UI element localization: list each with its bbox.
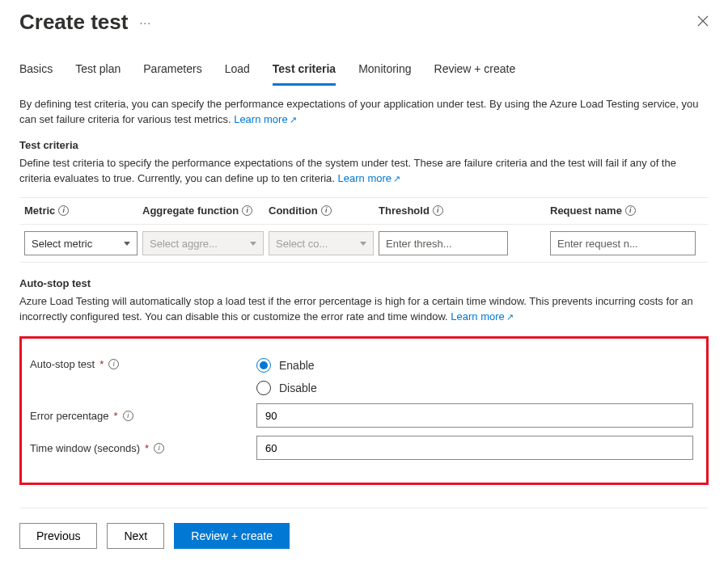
request-name-input[interactable] (550, 231, 696, 255)
radio-icon (256, 381, 271, 395)
page-title: Create test (19, 10, 128, 35)
autostop-radio-row: Auto-stop test* i Enable Disable (30, 358, 693, 395)
info-icon[interactable]: i (625, 205, 636, 216)
autostop-callout: Auto-stop test* i Enable Disable Er (19, 336, 709, 485)
info-icon[interactable]: i (123, 411, 133, 421)
link-label: Learn more (451, 310, 504, 323)
label-text: Time window (seconds) (30, 442, 140, 454)
col-label: Threshold (379, 204, 430, 217)
col-label: Metric (24, 204, 55, 217)
time-window-label: Time window (seconds)* i (30, 442, 256, 454)
autostop-learn-more-link[interactable]: Learn more↗ (451, 310, 513, 323)
tab-review-create[interactable]: Review + create (434, 57, 516, 85)
metric-select[interactable]: Select metric (24, 231, 138, 255)
intro-text: By defining test criteria, you can speci… (19, 97, 709, 128)
label-text: Error percentage (30, 410, 109, 422)
info-icon[interactable]: i (108, 359, 119, 369)
external-link-icon: ↗ (290, 115, 297, 124)
tab-test-plan[interactable]: Test plan (75, 57, 121, 85)
tab-basics[interactable]: Basics (19, 57, 53, 85)
previous-button[interactable]: Previous (19, 523, 97, 549)
next-button[interactable]: Next (107, 523, 164, 549)
autostop-heading: Auto-stop test (19, 277, 709, 289)
col-aggregate: Aggregate function i (142, 204, 264, 217)
desc-text: Azure Load Testing will automatically st… (19, 295, 693, 323)
review-create-button[interactable]: Review + create (174, 523, 290, 549)
error-percentage-row: Error percentage* i (30, 403, 693, 428)
info-icon[interactable]: i (433, 205, 443, 216)
col-label: Aggregate function (142, 204, 239, 217)
tab-test-criteria[interactable]: Test criteria (273, 57, 336, 86)
radio-icon (256, 358, 271, 373)
col-request: Request name i (550, 204, 696, 217)
intro-text-body: By defining test criteria, you can speci… (19, 98, 698, 125)
required-asterisk: * (99, 358, 104, 370)
tab-monitoring[interactable]: Monitoring (358, 57, 411, 85)
link-label: Learn more (338, 172, 392, 184)
col-label: Condition (269, 204, 318, 217)
footer-actions: Previous Next Review + create (19, 508, 709, 549)
chevron-down-icon (250, 242, 256, 246)
radio-label: Enable (279, 359, 315, 372)
external-link-icon: ↗ (506, 312, 514, 322)
select-placeholder: Select co... (276, 238, 328, 250)
select-placeholder: Select metric (32, 238, 92, 250)
col-label: Request name (550, 204, 622, 217)
autostop-disable-radio[interactable]: Disable (256, 381, 317, 395)
info-icon[interactable]: i (321, 205, 332, 216)
required-asterisk: * (145, 442, 149, 454)
test-criteria-heading: Test criteria (19, 139, 709, 151)
panel-header: Create test ··· (19, 10, 709, 35)
threshold-input[interactable] (379, 231, 508, 255)
autostop-enable-radio[interactable]: Enable (256, 358, 317, 373)
required-asterisk: * (114, 410, 118, 422)
chevron-down-icon (124, 242, 130, 246)
label-text: Auto-stop test (30, 358, 95, 370)
autostop-description: Azure Load Testing will automatically st… (19, 294, 709, 325)
condition-select[interactable]: Select co... (269, 231, 374, 255)
intro-learn-more-link[interactable]: Learn more↗ (234, 113, 296, 125)
tab-load[interactable]: Load (225, 57, 250, 85)
close-icon[interactable] (697, 15, 709, 29)
criteria-learn-more-link[interactable]: Learn more↗ (338, 172, 400, 184)
radio-label: Disable (279, 382, 317, 394)
autostop-label: Auto-stop test* i (30, 358, 256, 370)
aggregate-select[interactable]: Select aggre... (142, 231, 264, 255)
time-window-input[interactable] (256, 436, 693, 460)
error-percentage-input[interactable] (256, 403, 693, 428)
criteria-grid-header: Metric i Aggregate function i Condition … (19, 197, 709, 224)
chevron-down-icon (360, 242, 366, 246)
info-icon[interactable]: i (154, 443, 164, 453)
select-placeholder: Select aggre... (150, 238, 218, 250)
col-metric: Metric i (24, 204, 138, 217)
tab-parameters[interactable]: Parameters (143, 57, 201, 85)
test-criteria-description: Define test criteria to specify the perf… (19, 156, 709, 187)
external-link-icon: ↗ (393, 174, 400, 183)
col-threshold: Threshold i (379, 204, 508, 217)
info-icon[interactable]: i (242, 205, 252, 216)
tab-bar: Basics Test plan Parameters Load Test cr… (19, 57, 709, 86)
criteria-grid-row: Select metric Select aggre... Select co.… (19, 224, 709, 263)
link-label: Learn more (234, 113, 287, 125)
error-percentage-label: Error percentage* i (30, 410, 256, 422)
time-window-row: Time window (seconds)* i (30, 436, 693, 460)
more-actions-button[interactable]: ··· (139, 16, 151, 29)
col-condition: Condition i (269, 204, 374, 217)
info-icon[interactable]: i (58, 205, 69, 216)
